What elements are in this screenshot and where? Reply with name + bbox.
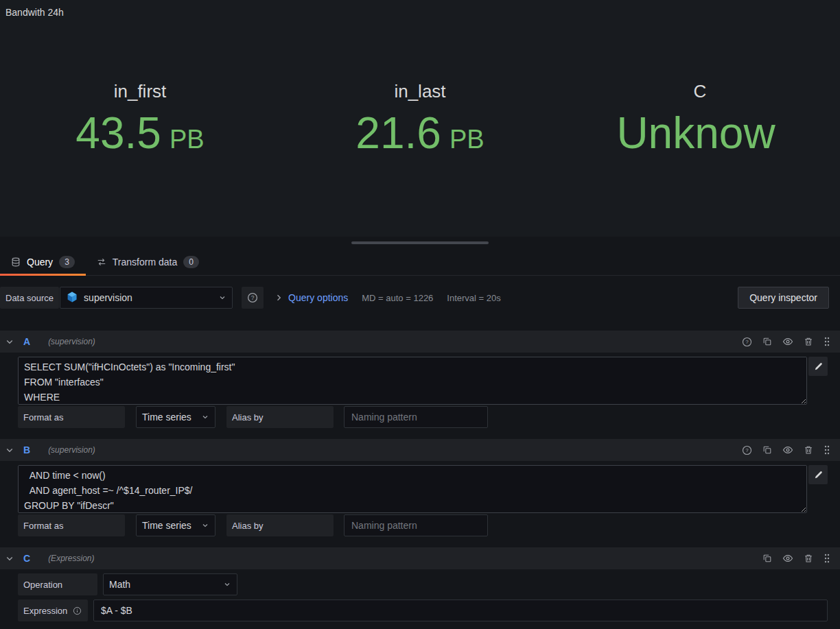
format-as-select[interactable]: Time series — [136, 514, 215, 536]
chevron-down-icon — [201, 521, 209, 530]
query-ref-id[interactable]: C — [23, 553, 30, 564]
query-row-header: C (Expression) — [0, 547, 840, 569]
pane-splitter[interactable] — [0, 237, 840, 249]
duplicate-query-icon[interactable] — [762, 337, 772, 346]
alias-by-input[interactable] — [344, 406, 488, 428]
delete-query-trash-icon[interactable] — [804, 337, 813, 346]
operation-select[interactable]: Math — [103, 573, 237, 595]
alias-by-label: Alias by — [226, 514, 334, 536]
stat-label: in_first — [114, 81, 167, 102]
datasource-selected: supervision — [84, 292, 132, 303]
query-count-badge: 3 — [59, 256, 75, 268]
tab-label: Transform data — [113, 257, 177, 268]
chevron-down-icon — [218, 294, 226, 302]
query-ref-id[interactable]: A — [23, 336, 30, 347]
chevron-down-icon — [201, 413, 209, 421]
editor-tabs: Query 3 Transform data 0 — [0, 249, 840, 276]
delete-query-trash-icon[interactable] — [804, 554, 813, 563]
panel-title: Bandwith 24h — [0, 0, 840, 25]
query-inspector-button[interactable]: Query inspector — [738, 287, 829, 309]
stat-in-last: in_last 21.6 PB — [280, 81, 560, 156]
toggle-editor-mode-pencil-icon[interactable] — [808, 357, 828, 376]
duplicate-query-icon[interactable] — [762, 445, 772, 455]
format-as-label: Format as — [18, 406, 125, 428]
stat-in-first: in_first 43.5 PB — [0, 81, 280, 156]
stat-value: Unknow — [616, 110, 775, 156]
query-options-toggle[interactable]: Query options MD = auto = 1226 Interval … — [275, 292, 501, 303]
datasource-picker[interactable]: supervision — [60, 287, 233, 309]
stat-values: in_first 43.5 PB in_last 21.6 PB C Unkno… — [0, 81, 840, 156]
stat-value: 21.6 — [355, 110, 441, 156]
query-row-a: A (supervision) ? — [0, 331, 840, 428]
max-data-points-summary: MD = auto = 1226 — [362, 293, 433, 303]
delete-query-trash-icon[interactable] — [804, 445, 813, 455]
stat-label: in_last — [394, 81, 445, 102]
format-as-label: Format as — [18, 514, 125, 536]
drag-handle-icon[interactable] — [824, 553, 830, 564]
panel-editor: Bandwith 24h in_first 43.5 PB in_last 21… — [0, 0, 840, 629]
stat-c: C Unknow — [560, 81, 840, 156]
query-row-b: B (supervision) ? — [0, 439, 840, 536]
chevron-down-icon[interactable] — [5, 446, 14, 454]
query-row-header: B (supervision) ? — [0, 439, 840, 461]
hide-query-eye-icon[interactable] — [782, 444, 793, 455]
drag-handle-icon[interactable] — [824, 336, 830, 347]
expression-input[interactable] — [93, 600, 828, 621]
datasource-bar: Data source supervision ? — [0, 287, 829, 309]
hide-query-eye-icon[interactable] — [782, 553, 793, 564]
query-row-c: C (Expression) Operation — [0, 547, 840, 621]
svg-text:?: ? — [745, 339, 749, 345]
query-datasource-name: (Expression) — [48, 554, 94, 563]
drag-handle-icon[interactable] — [824, 444, 830, 455]
query-a-raw-editor[interactable]: SELECT SUM("ifHCInOctets") as "Incoming_… — [18, 357, 807, 405]
tab-label: Query — [27, 257, 53, 268]
toggle-editor-mode-pencil-icon[interactable] — [808, 465, 828, 484]
query-help-icon[interactable]: ? — [742, 445, 752, 455]
hide-query-eye-icon[interactable] — [782, 336, 793, 347]
alias-by-label: Alias by — [226, 406, 334, 428]
svg-text:?: ? — [251, 294, 255, 301]
datasource-help-button[interactable]: ? — [242, 287, 264, 309]
operation-label: Operation — [18, 573, 97, 595]
stat-unit: PB — [170, 125, 205, 154]
stat-unit: PB — [450, 125, 485, 154]
query-options-label: Query options — [288, 292, 348, 303]
transform-icon — [97, 257, 106, 267]
stat-label: C — [694, 81, 707, 102]
chevron-down-icon — [223, 580, 231, 589]
format-as-select[interactable]: Time series — [136, 406, 215, 428]
transform-count-badge: 0 — [183, 256, 199, 268]
query-row-header: A (supervision) ? — [0, 331, 840, 353]
datasource-label: Data source — [0, 287, 59, 309]
svg-text:?: ? — [745, 447, 749, 453]
interval-summary: Interval = 20s — [447, 293, 500, 303]
query-datasource-name: (supervision) — [48, 445, 95, 455]
query-datasource-name: (supervision) — [48, 337, 95, 346]
tab-transform-data[interactable]: Transform data 0 — [86, 249, 210, 275]
chevron-down-icon[interactable] — [5, 337, 14, 346]
query-ref-id[interactable]: B — [23, 444, 30, 455]
alias-by-input[interactable] — [344, 514, 488, 536]
tab-query[interactable]: Query 3 — [0, 249, 86, 275]
chevron-right-icon — [275, 294, 283, 302]
datasource-logo-icon — [66, 291, 78, 305]
database-icon — [11, 257, 21, 267]
stat-value: 43.5 — [75, 110, 161, 156]
resize-handle[interactable] — [351, 241, 489, 244]
expression-label: Expression — [18, 600, 88, 621]
info-circle-icon[interactable] — [73, 606, 82, 615]
query-b-raw-editor[interactable]: AND time < now() AND agent_host =~ /^$14… — [18, 465, 807, 513]
chevron-down-icon[interactable] — [5, 554, 14, 562]
query-help-icon[interactable]: ? — [742, 337, 752, 347]
duplicate-query-icon[interactable] — [762, 554, 772, 563]
stat-panel: Bandwith 24h in_first 43.5 PB in_last 21… — [0, 0, 840, 237]
